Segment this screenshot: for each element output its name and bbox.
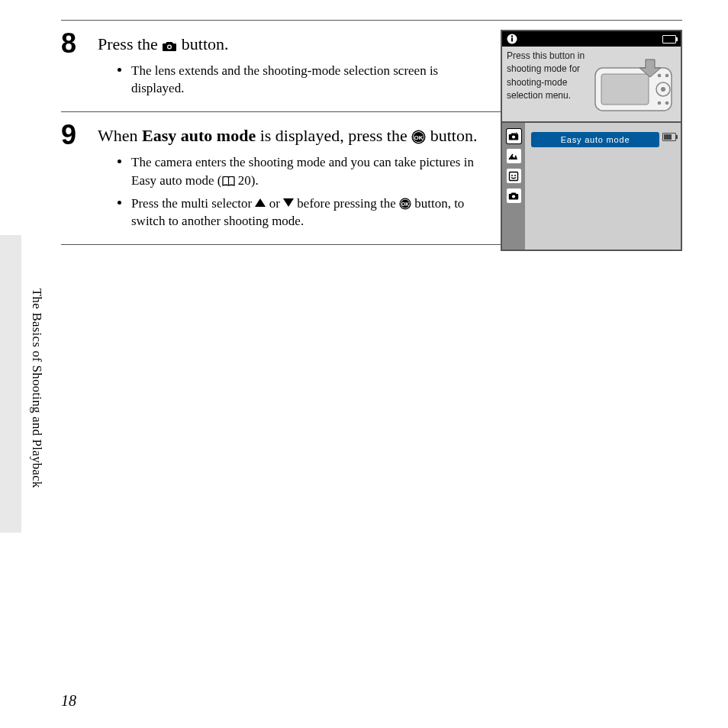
text: When <box>98 126 142 145</box>
manual-page: The Basics of Shooting and Playback 18 8… <box>0 0 728 728</box>
page-ref-icon <box>222 176 235 186</box>
bullets: The lens extends and the shooting-mode s… <box>118 62 484 98</box>
lcd-header <box>502 31 681 47</box>
info-icon <box>507 34 517 44</box>
svg-point-22 <box>512 135 515 138</box>
svg-point-3 <box>511 35 513 37</box>
svg-rect-4 <box>511 38 513 42</box>
camera-icon <box>162 40 177 52</box>
text: The camera enters the shooting mode and … <box>131 155 474 188</box>
svg-point-9 <box>658 74 662 78</box>
svg-point-11 <box>658 101 662 105</box>
step-8: 8 Press the button. The lens extends and… <box>61 30 682 102</box>
ok-icon: OK <box>411 130 426 144</box>
svg-rect-24 <box>510 172 518 180</box>
text-bold: Easy auto mode <box>142 126 256 145</box>
text: 20). <box>235 173 259 188</box>
step-title: Press the button. <box>98 33 484 56</box>
divider <box>61 20 682 21</box>
content-area: 8 Press the button. The lens extends and… <box>61 20 682 245</box>
text: button. <box>177 34 228 53</box>
battery-icon <box>662 35 676 43</box>
bullet: Press the multi selector or before press… <box>118 195 484 231</box>
svg-point-27 <box>512 195 515 198</box>
bullets: The camera enters the shooting mode and … <box>118 153 484 230</box>
page-number: 18 <box>61 692 76 710</box>
bullet: The camera enters the shooting mode and … <box>118 153 484 190</box>
down-arrow-icon <box>283 198 294 207</box>
mode-icon-easy-auto <box>507 129 521 143</box>
svg-point-12 <box>665 101 669 105</box>
mode-label-bar: Easy auto mode <box>531 132 659 147</box>
up-arrow-icon <box>255 198 266 207</box>
svg-point-26 <box>514 175 516 176</box>
svg-rect-6 <box>601 74 649 105</box>
svg-point-10 <box>665 74 669 78</box>
bullet: The lens extends and the shooting-mode s… <box>118 62 484 98</box>
battery-icon <box>662 133 676 141</box>
text: or <box>266 196 283 211</box>
mode-icon-auto <box>507 188 521 203</box>
text: before pressing the <box>294 196 399 211</box>
lcd-message: Press this button in shooting mode for s… <box>507 50 598 103</box>
camera-illustration <box>592 57 676 114</box>
svg-point-8 <box>661 87 665 92</box>
mode-icon-smart-portrait <box>507 169 521 183</box>
svg-text:OK: OK <box>401 201 409 206</box>
text: Press the <box>98 34 162 53</box>
text: Press the multi selector <box>131 196 255 211</box>
text: is displayed, press the <box>256 126 411 145</box>
step-number: 9 <box>61 121 84 149</box>
svg-point-25 <box>511 175 513 176</box>
step-9: 9 When Easy auto mode is displayed, pres… <box>61 121 682 235</box>
mode-sidebar <box>502 123 525 250</box>
svg-point-1 <box>169 46 171 48</box>
ok-icon: OK <box>399 198 411 210</box>
svg-text:OK: OK <box>414 134 424 141</box>
section-title-vertical: The Basics of Shooting and Playback <box>29 288 44 533</box>
step-number: 8 <box>61 30 84 57</box>
step-title: When Easy auto mode is displayed, press … <box>98 124 484 147</box>
side-tab <box>0 235 21 533</box>
screen-illustration-2: Easy auto mode <box>501 121 682 251</box>
text: button. <box>426 126 477 145</box>
mode-icon-scene <box>507 149 521 163</box>
